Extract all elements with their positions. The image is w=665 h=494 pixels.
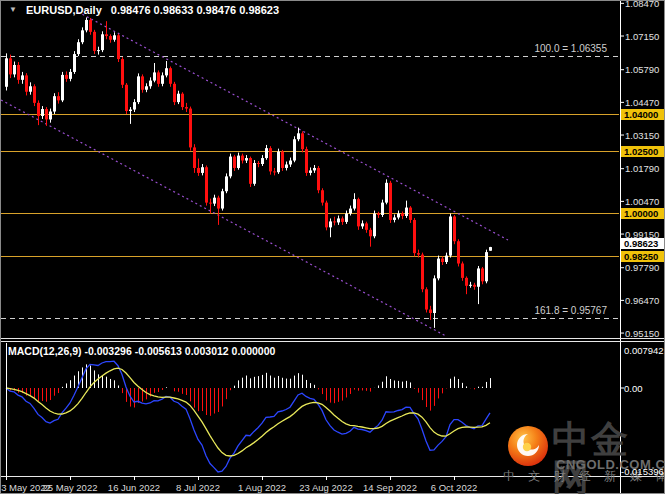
macd-scale-bottom: -0.015396 (621, 466, 664, 477)
symbol-dropdown-icon[interactable]: ▼ (9, 6, 17, 14)
price-tick-label: 0.96470 (625, 295, 659, 306)
price-tick-label: 0.95150 (625, 328, 659, 339)
price-level-badge: 1.04000 (621, 109, 664, 120)
symbol-period-label: EURUSD,Daily (26, 4, 102, 16)
date-tick-label: 1 Aug 2022 (238, 482, 286, 493)
ohlc-values: 0.98476 0.98633 0.98476 0.98623 (111, 4, 279, 16)
price-level-badge: 0.98250 (621, 251, 664, 262)
cngold-logo-icon (506, 424, 550, 468)
date-tick-label: 16 Jun 2022 (108, 482, 160, 493)
date-tick-label: 8 Jul 2022 (176, 482, 220, 493)
macd-indicator-label: MACD(12,26,9) -0.003296 -0.005613 0.0030… (8, 345, 275, 357)
macd-scale-zero: 0.00 (624, 383, 643, 394)
fib-level-label-161: 161.8 = 0.95767 (534, 305, 607, 316)
macd-scale-top: 0.007942 (624, 345, 664, 356)
date-tick-label: 14 Sep 2022 (363, 482, 417, 493)
fib-level-label-100: 100.0 = 1.06355 (534, 43, 607, 54)
price-tick-label: 1.05790 (625, 64, 659, 75)
price-level-badge: 1.00000 (621, 208, 664, 219)
date-tick-label: 6 Oct 2022 (431, 482, 477, 493)
price-tick-label: 1.07150 (625, 31, 659, 42)
mt4-chart-window: ▼ EURUSD,Daily0.98476 0.98633 0.98476 0.… (0, 0, 665, 494)
price-level-badge: 1.02500 (621, 146, 664, 157)
date-tick-label: 23 Aug 2022 (299, 482, 352, 493)
price-tick-label: 1.04470 (625, 97, 659, 108)
price-tick-label: 1.00470 (625, 196, 659, 207)
chart-title: EURUSD,Daily0.98476 0.98633 0.98476 0.98… (26, 4, 279, 16)
price-tick-label: 1.01790 (625, 163, 659, 174)
price-tick-label: 1.08470 (625, 0, 659, 9)
current-price-badge: 0.98623 (621, 238, 664, 249)
price-tick-label: 0.97790 (625, 262, 659, 273)
date-tick-label: 25 May 2022 (43, 482, 98, 493)
price-tick-label: 1.03150 (625, 130, 659, 141)
